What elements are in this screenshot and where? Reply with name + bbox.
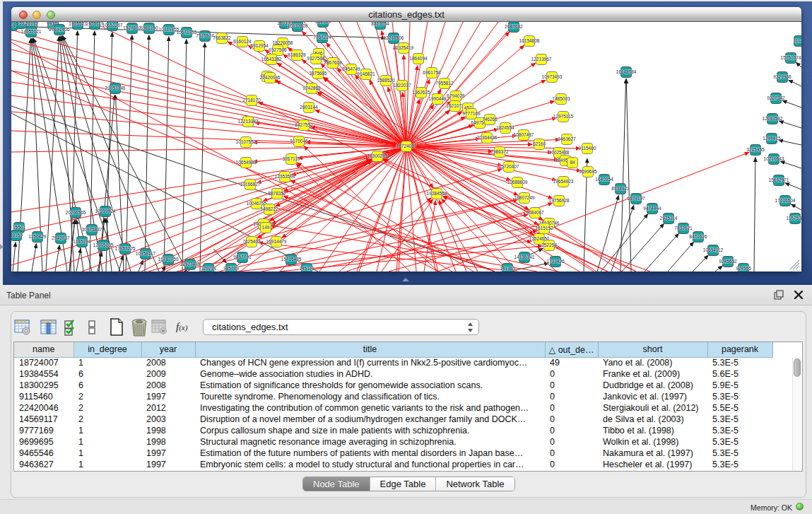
svg-text:12353594: 12353594 xyxy=(275,174,295,179)
svg-text:252254: 252254 xyxy=(541,243,557,247)
svg-text:10653267: 10653267 xyxy=(102,23,123,28)
svg-text:12923445: 12923445 xyxy=(180,262,201,267)
svg-text:1145194: 1145194 xyxy=(73,239,91,244)
svg-text:408: 408 xyxy=(11,23,16,28)
svg-text:2935114: 2935114 xyxy=(660,216,678,221)
svg-text:39159: 39159 xyxy=(11,233,23,238)
svg-text:20364436: 20364436 xyxy=(477,135,498,140)
svg-text:12975115: 12975115 xyxy=(553,114,574,119)
svg-text:12213967: 12213967 xyxy=(531,57,552,62)
svg-text:6794028: 6794028 xyxy=(447,93,465,98)
svg-text:1822037: 1822037 xyxy=(393,83,411,88)
svg-text:15716485: 15716485 xyxy=(281,257,302,262)
svg-text:1167533: 1167533 xyxy=(787,216,801,221)
svg-text:881305: 881305 xyxy=(315,22,331,24)
svg-text:9227342: 9227342 xyxy=(767,95,785,100)
svg-text:1733426: 1733426 xyxy=(546,259,565,264)
svg-text:15751074: 15751074 xyxy=(781,55,801,60)
svg-text:16543382: 16543382 xyxy=(261,57,282,62)
svg-text:7515524: 7515524 xyxy=(196,33,214,38)
svg-text:9327506: 9327506 xyxy=(269,47,287,52)
svg-text:9084067: 9084067 xyxy=(526,210,544,215)
svg-text:7625402: 7625402 xyxy=(242,239,261,244)
svg-text:2942737: 2942737 xyxy=(52,235,70,240)
svg-text:3875685: 3875685 xyxy=(309,71,327,76)
svg-text:10107553: 10107553 xyxy=(236,139,257,144)
svg-text:15720407: 15720407 xyxy=(499,164,519,169)
svg-text:6961758: 6961758 xyxy=(423,70,441,75)
svg-text:1621072: 1621072 xyxy=(446,103,464,108)
svg-text:7663822: 7663822 xyxy=(213,35,231,40)
svg-text:19654923: 19654923 xyxy=(553,179,574,184)
svg-text:8186328: 8186328 xyxy=(288,52,306,57)
svg-text:84: 84 xyxy=(570,160,575,165)
svg-text:16782759: 16782759 xyxy=(158,257,179,262)
svg-text:12218506: 12218506 xyxy=(384,35,404,40)
svg-text:9170046: 9170046 xyxy=(290,139,308,144)
svg-text:18300295: 18300295 xyxy=(367,153,388,158)
svg-text:1244415: 1244415 xyxy=(763,136,781,141)
svg-text:1588520: 1588520 xyxy=(377,78,395,83)
svg-text:19756928: 19756928 xyxy=(549,198,570,203)
svg-text:8878352: 8878352 xyxy=(268,191,286,196)
svg-text:1905719: 1905719 xyxy=(86,22,104,26)
svg-text:20132: 20132 xyxy=(25,22,38,26)
svg-text:22420046: 22420046 xyxy=(260,75,281,80)
svg-text:6879197: 6879197 xyxy=(627,196,645,201)
svg-text:12093582: 12093582 xyxy=(763,116,783,121)
svg-text:15501: 15501 xyxy=(13,225,25,230)
svg-text:10807487: 10807487 xyxy=(514,132,534,137)
svg-text:9699695: 9699695 xyxy=(579,169,597,174)
svg-text:18807249: 18807249 xyxy=(514,195,535,200)
svg-text:10973493: 10973493 xyxy=(542,74,563,79)
svg-text:1640954: 1640954 xyxy=(595,177,613,182)
svg-text:18724007: 18724007 xyxy=(396,144,417,148)
svg-text:7357224: 7357224 xyxy=(313,35,331,40)
svg-text:8471626: 8471626 xyxy=(689,234,707,239)
svg-text:16648784: 16648784 xyxy=(616,69,637,74)
svg-text:15692971: 15692971 xyxy=(769,177,789,182)
svg-text:12213383: 12213383 xyxy=(238,119,259,124)
svg-text:62160: 62160 xyxy=(533,141,546,146)
svg-text:10025488: 10025488 xyxy=(549,150,570,155)
svg-text:2867608: 2867608 xyxy=(324,60,342,65)
svg-text:3267110: 3267110 xyxy=(283,156,300,161)
svg-text:7832621: 7832621 xyxy=(674,226,693,230)
svg-text:924565: 924565 xyxy=(736,266,751,271)
svg-text:2087682: 2087682 xyxy=(505,24,523,29)
svg-text:9857791: 9857791 xyxy=(233,255,252,259)
svg-text:145119: 145119 xyxy=(299,266,314,271)
svg-text:149: 149 xyxy=(262,225,270,230)
svg-text:17957225: 17957225 xyxy=(115,246,136,251)
svg-text:9146821: 9146821 xyxy=(357,71,375,76)
svg-text:7986372: 7986372 xyxy=(490,149,509,154)
svg-text:17359924: 17359924 xyxy=(95,209,116,214)
svg-text:8427552: 8427552 xyxy=(295,122,313,127)
svg-text:9115460: 9115460 xyxy=(579,146,596,151)
svg-text:7955812: 7955812 xyxy=(435,81,454,86)
svg-text:1615152: 1615152 xyxy=(535,226,553,230)
svg-text:8454749: 8454749 xyxy=(342,66,360,71)
svg-text:2803144: 2803144 xyxy=(300,105,318,110)
svg-text:8912954: 8912954 xyxy=(250,43,269,48)
svg-text:11325419: 11325419 xyxy=(394,45,414,50)
svg-text:8160124: 8160124 xyxy=(233,39,252,44)
svg-text:5498222: 5498222 xyxy=(260,206,278,211)
svg-text:16033809: 16033809 xyxy=(288,23,308,28)
svg-text:10958117: 10958117 xyxy=(136,251,156,256)
svg-text:14136141: 14136141 xyxy=(514,255,535,259)
svg-text:985779: 985779 xyxy=(223,266,239,271)
svg-text:1864094: 1864094 xyxy=(409,56,428,61)
svg-text:1156829: 1156829 xyxy=(29,234,47,239)
svg-text:10654983: 10654983 xyxy=(236,160,257,165)
svg-text:10654112: 10654112 xyxy=(703,247,724,252)
svg-text:10210643: 10210643 xyxy=(764,156,784,161)
svg-text:20691406: 20691406 xyxy=(49,27,70,32)
svg-text:7485003: 7485003 xyxy=(552,96,570,101)
svg-text:30975887: 30975887 xyxy=(82,227,102,232)
svg-text:2718170: 2718170 xyxy=(242,98,261,103)
svg-text:16914479: 16914479 xyxy=(266,239,287,244)
svg-text:17016504: 17016504 xyxy=(775,198,796,203)
svg-text:12905135: 12905135 xyxy=(93,243,114,247)
svg-text:9327508: 9327508 xyxy=(307,56,325,61)
